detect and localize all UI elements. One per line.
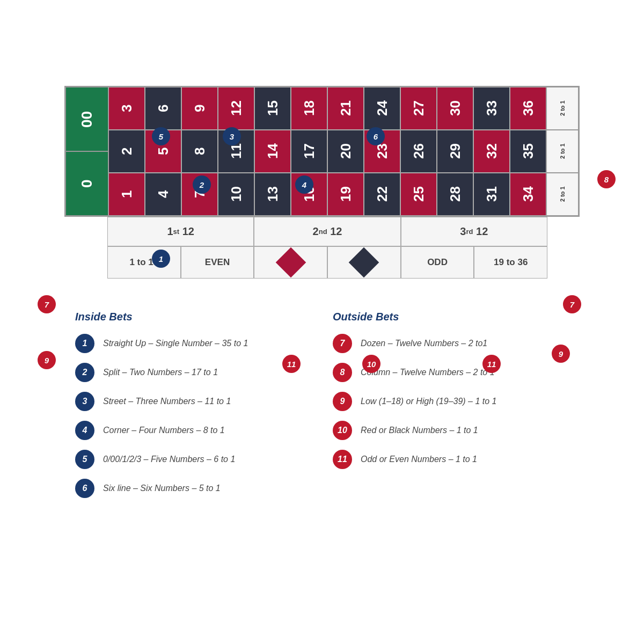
zero-cell-single[interactable]: 0 [65,151,108,216]
outside-odd[interactable]: ODD [401,246,474,279]
num-cell-6[interactable]: 6 [145,87,181,130]
num-cell-22[interactable]: 22 [364,173,400,216]
zero-cell-double[interactable]: 00 [65,87,108,151]
outside-bets-title: Outside Bets [333,311,569,323]
legend-badge-2: 2 [75,363,94,382]
num-cell-12[interactable]: 12 [218,87,254,130]
badge-3: 3 [223,127,241,145]
inside-bets-title: Inside Bets [75,311,311,323]
legend-text-inside-1: Straight Up – Single Number – 35 to 1 [103,339,248,348]
legend-inside-6: 6 Six line – Six Numbers – 5 to 1 [75,479,311,498]
outside-row: 1 to 18 EVEN ODD 19 to 36 [107,246,547,279]
badge-9-left: 9 [38,351,56,369]
legend-text-inside-3: Street – Three Numbers – 11 to 1 [103,397,231,406]
legend-text-inside-6: Six line – Six Numbers – 5 to 1 [103,484,221,493]
legend-badge-out-10: 10 [333,421,352,440]
col-bet-3[interactable]: 2 to 1 [546,173,579,216]
legend-section: Inside Bets 1 Straight Up – Single Numbe… [64,311,580,508]
badge-10: 10 [362,355,380,373]
numbers-grid: 3691215182124273033362581114172023262932… [108,87,546,216]
dozen-row: 1st 12 2nd 12 3rd 12 [107,217,547,246]
legend-badge-4: 4 [75,421,94,440]
num-cell-10[interactable]: 10 [218,173,254,216]
outside-red[interactable] [254,246,327,279]
outside-black[interactable] [327,246,401,279]
num-cell-33[interactable]: 33 [473,87,510,130]
badge-2: 2 [193,175,211,194]
num-cell-29[interactable]: 29 [437,130,473,173]
num-cell-34[interactable]: 34 [510,173,546,216]
num-cell-24[interactable]: 24 [364,87,400,130]
num-cell-2[interactable]: 2 [108,130,145,173]
legend-outside-7: 7 Dozen – Twelve Numbers – 2 to1 [333,334,569,353]
legend-badge-5: 5 [75,450,94,469]
zero-section: 00 0 [65,87,108,216]
num-cell-4[interactable]: 4 [145,173,181,216]
num-cell-36[interactable]: 36 [510,87,546,130]
legend-text-outside-8: Column – Twelve Numbers – 2 to 1 [361,368,495,377]
legend-inside-5: 5 0/00/1/2/3 – Five Numbers – 6 to 1 [75,450,311,469]
badge-4: 4 [295,175,313,194]
legend-text-outside-9: Low (1–18) or High (19–39) – 1 to 1 [361,397,496,406]
number-grid: 00 0 36912151821242730333625811141720232… [64,86,580,217]
num-cell-32[interactable]: 32 [473,130,510,173]
legend-outside-10: 10 Red or Black Numbers – 1 to 1 [333,421,569,440]
badge-11-left: 11 [282,355,301,373]
outside-bets-col: Outside Bets 7 Dozen – Twelve Numbers – … [322,311,580,508]
inside-bets-col: Inside Bets 1 Straight Up – Single Numbe… [64,311,322,508]
legend-badge-out-9: 9 [333,392,352,411]
legend-inside-4: 4 Corner – Four Numbers – 8 to 1 [75,421,311,440]
num-cell-14[interactable]: 14 [254,130,291,173]
column-bets: 2 to 1 2 to 1 2 to 1 [546,87,579,216]
legend-badge-3: 3 [75,392,94,411]
num-cell-1[interactable]: 1 [108,173,145,216]
num-cell-25[interactable]: 25 [400,173,437,216]
badge-6: 6 [367,127,385,145]
num-cell-20[interactable]: 20 [327,130,364,173]
dozen-3rd[interactable]: 3rd 12 [401,217,547,246]
legend-text-outside-7: Dozen – Twelve Numbers – 2 to1 [361,339,487,348]
legend-inside-3: 3 Street – Three Numbers – 11 to 1 [75,392,311,411]
outside-even[interactable]: EVEN [181,246,254,279]
num-cell-17[interactable]: 17 [291,130,327,173]
num-cell-26[interactable]: 26 [400,130,437,173]
num-cell-19[interactable]: 19 [327,173,364,216]
num-cell-28[interactable]: 28 [437,173,473,216]
badge-1: 1 [152,250,170,268]
legend-badge-1: 1 [75,334,94,353]
legend-inside-1: 1 Straight Up – Single Number – 35 to 1 [75,334,311,353]
legend-inside-2: 2 Split – Two Numbers – 17 to 1 [75,363,311,382]
legend-text-outside-11: Odd or Even Numbers – 1 to 1 [361,455,477,464]
legend-badge-6: 6 [75,479,94,498]
legend-text-inside-2: Split – Two Numbers – 17 to 1 [103,368,218,377]
num-cell-31[interactable]: 31 [473,173,510,216]
outside-1to18[interactable]: 1 to 18 [107,246,181,279]
badge-8: 8 [597,170,616,188]
num-cell-15[interactable]: 15 [254,87,291,130]
num-cell-18[interactable]: 18 [291,87,327,130]
page-container: 5 3 2 6 4 1 7 7 8 9 9 11 10 11 00 0 3691… [0,0,644,644]
badge-7-left: 7 [38,295,56,313]
badge-11-right: 11 [482,355,501,373]
dozen-1st[interactable]: 1st 12 [107,217,254,246]
roulette-table: 00 0 36912151821242730333625811141720232… [64,86,580,279]
col-bet-1[interactable]: 2 to 1 [546,87,579,130]
num-cell-35[interactable]: 35 [510,130,546,173]
red-diamond [275,247,306,278]
badge-7-right: 7 [563,295,581,313]
outside-19to36[interactable]: 19 to 36 [474,246,547,279]
num-cell-8[interactable]: 8 [181,130,218,173]
dozen-2nd[interactable]: 2nd 12 [254,217,400,246]
black-diamond [349,247,379,278]
badge-9-right: 9 [552,345,570,363]
legend-text-inside-5: 0/00/1/2/3 – Five Numbers – 6 to 1 [103,455,235,464]
num-cell-9[interactable]: 9 [181,87,218,130]
legend-badge-out-8: 8 [333,363,352,382]
num-cell-30[interactable]: 30 [437,87,473,130]
num-cell-13[interactable]: 13 [254,173,291,216]
num-cell-3[interactable]: 3 [108,87,145,130]
legend-badge-out-7: 7 [333,334,352,353]
num-cell-21[interactable]: 21 [327,87,364,130]
num-cell-27[interactable]: 27 [400,87,437,130]
col-bet-2[interactable]: 2 to 1 [546,130,579,173]
